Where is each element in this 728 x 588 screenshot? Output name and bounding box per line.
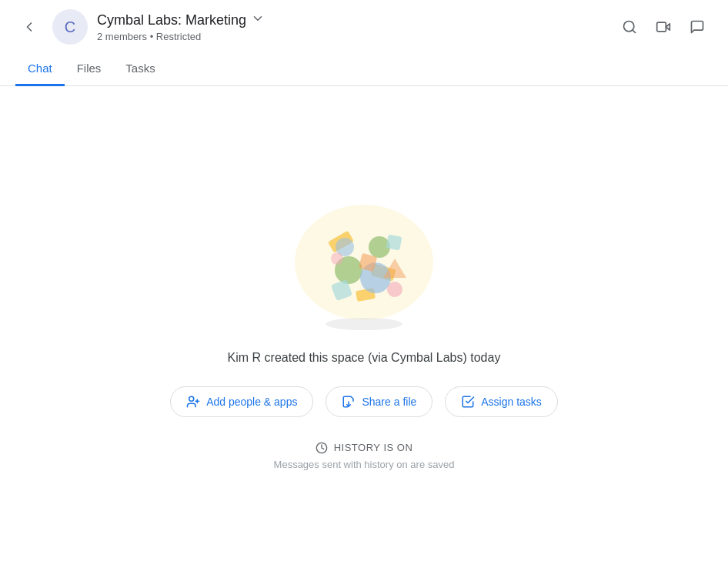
add-person-icon <box>186 395 200 409</box>
svg-point-20 <box>189 396 194 401</box>
main-content: Kim R created this space (via Cymbal Lab… <box>0 86 728 573</box>
action-buttons: Add people & apps Share a file Assign ta… <box>170 386 558 417</box>
tabs: Chat Files Tasks <box>0 54 728 86</box>
search-button[interactable] <box>614 12 645 42</box>
chevron-down-icon <box>251 12 265 29</box>
svg-point-6 <box>326 318 402 330</box>
header-actions <box>614 12 713 42</box>
assign-tasks-button[interactable]: Assign tasks <box>445 386 558 417</box>
video-button[interactable] <box>648 12 679 42</box>
add-people-button[interactable]: Add people & apps <box>170 386 313 417</box>
svg-rect-17 <box>386 234 402 250</box>
svg-line-1 <box>633 30 636 33</box>
header-title-row[interactable]: Cymbal Labs: Marketing <box>97 12 605 29</box>
assign-tasks-icon <box>461 395 475 409</box>
history-sub: Messages sent with history on are saved <box>274 459 455 470</box>
header-subtitle: 2 members • Restricted <box>97 31 605 42</box>
tab-files[interactable]: Files <box>65 54 114 86</box>
message-icon <box>690 19 705 35</box>
chat-illustration-svg <box>287 189 441 336</box>
tab-chat[interactable]: Chat <box>15 54 65 86</box>
share-file-icon <box>342 395 356 409</box>
search-icon <box>622 19 637 35</box>
svg-point-18 <box>387 282 402 297</box>
history-icon <box>316 442 328 454</box>
illustration <box>287 189 441 336</box>
history-label: HISTORY IS ON <box>316 442 413 454</box>
space-created-text: Kim R created this space (via Cymbal Lab… <box>228 351 501 365</box>
history-section: HISTORY IS ON Messages sent with history… <box>274 442 455 470</box>
chat-button[interactable] <box>682 12 713 42</box>
avatar: C <box>52 9 88 45</box>
video-icon <box>656 19 671 35</box>
tab-tasks[interactable]: Tasks <box>113 54 167 86</box>
header: C Cymbal Labs: Marketing 2 members • Res… <box>0 0 728 54</box>
back-arrow-icon <box>22 19 37 35</box>
share-file-button[interactable]: Share a file <box>326 386 432 417</box>
header-info: Cymbal Labs: Marketing 2 members • Restr… <box>97 12 605 42</box>
svg-point-19 <box>331 252 343 265</box>
svg-rect-2 <box>657 22 666 32</box>
back-button[interactable] <box>15 13 43 41</box>
space-title: Cymbal Labs: Marketing <box>97 12 246 28</box>
